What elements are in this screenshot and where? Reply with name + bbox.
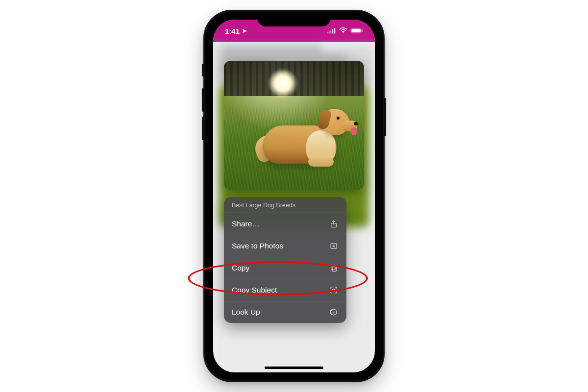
preview-sunflare: [268, 69, 297, 98]
mute-switch: [202, 64, 204, 76]
image-preview[interactable]: [224, 61, 364, 190]
lookup-icon: [329, 307, 339, 317]
location-services-icon: ➤: [242, 27, 247, 34]
svg-rect-1: [330, 30, 331, 33]
share-icon: [329, 219, 339, 229]
side-button: [384, 98, 386, 136]
svg-rect-6: [351, 28, 361, 32]
wifi-icon: [339, 27, 347, 35]
menu-item-label: Share…: [232, 220, 260, 228]
status-bar-right: [327, 27, 363, 35]
svg-rect-11: [331, 265, 335, 270]
menu-item-label: Save to Photos: [232, 242, 283, 250]
save-image-icon: [329, 241, 339, 251]
menu-item-look-up[interactable]: Look Up: [224, 301, 346, 323]
context-menu: Best Large Dog Breeds Share… Save to Pho…: [224, 197, 346, 323]
canvas: 1:41 ➤: [0, 0, 588, 392]
cellular-signal-icon: [327, 27, 336, 35]
iphone-device-frame: 1:41 ➤: [203, 10, 385, 382]
menu-item-share[interactable]: Share…: [224, 213, 346, 235]
copy-icon: [329, 263, 339, 273]
phone-screen: 1:41 ➤: [213, 20, 375, 372]
svg-rect-0: [327, 31, 329, 33]
menu-item-copy[interactable]: Copy: [224, 257, 346, 279]
home-indicator[interactable]: [265, 367, 323, 369]
svg-rect-10: [332, 267, 336, 271]
svg-point-4: [343, 32, 343, 33]
preview-dog: [253, 103, 356, 176]
phone-bezel: 1:41 ➤: [205, 12, 383, 380]
menu-item-label: Look Up: [232, 308, 260, 317]
menu-item-copy-subject[interactable]: Copy Subject: [224, 279, 346, 301]
svg-rect-7: [362, 29, 363, 32]
subject-lift-icon: [329, 285, 339, 295]
svg-point-12: [333, 289, 335, 292]
menu-item-label: Copy: [232, 264, 249, 272]
battery-icon: [350, 27, 363, 35]
svg-rect-2: [332, 29, 333, 33]
status-time: 1:41: [225, 27, 240, 35]
status-bar-left: 1:41 ➤: [225, 27, 247, 35]
menu-item-save-to-photos[interactable]: Save to Photos: [224, 235, 346, 257]
menu-item-label: Copy Subject: [232, 286, 277, 294]
volume-up-button: [202, 88, 204, 112]
svg-rect-3: [334, 28, 336, 33]
volume-down-button: [202, 117, 204, 140]
display-notch: [257, 12, 331, 26]
context-menu-title: Best Large Dog Breeds: [224, 197, 346, 213]
